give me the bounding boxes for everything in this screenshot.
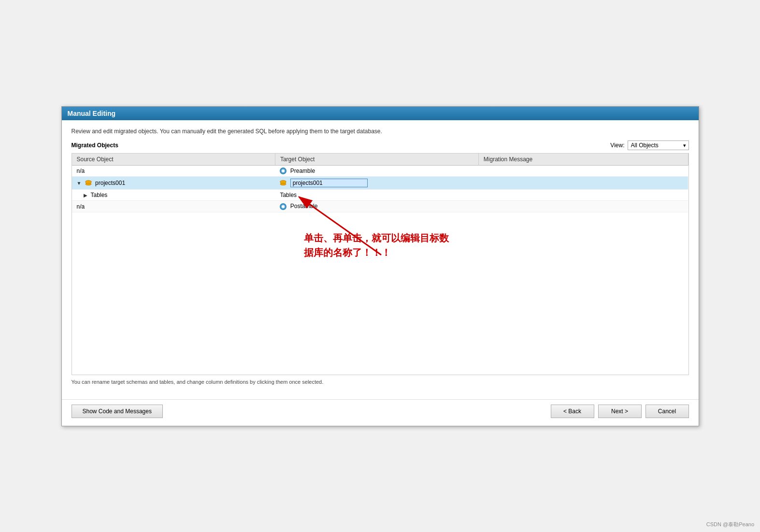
annotation-text: 单击、再单击，就可以编辑目标数据库的名称了！！！ (304, 231, 488, 260)
message-cell-2 (478, 177, 688, 190)
db-icon-target (280, 180, 290, 186)
col-header-target: Target Object (275, 154, 478, 166)
footer-right: < Back Next > Cancel (551, 405, 689, 418)
manual-editing-dialog: Manual Editing Review and edit migrated … (61, 106, 699, 426)
svg-point-1 (86, 183, 91, 185)
footer-left: Show Code and Messages (72, 405, 163, 418)
source-cell-tables: ▶ Tables (72, 190, 275, 201)
target-cell-edit[interactable] (275, 177, 478, 190)
message-cell (478, 165, 688, 177)
tree-expand-arrow[interactable]: ▼ (77, 181, 82, 186)
db-icon (85, 180, 95, 186)
svg-point-3 (280, 183, 286, 185)
bottom-info-text: You can rename target schemas and tables… (72, 379, 689, 385)
circle-icon (280, 168, 287, 174)
target-label: Preamble (290, 168, 315, 174)
source-cell: n/a (72, 165, 275, 177)
table-row-postamble[interactable]: n/a Postamble (72, 201, 688, 212)
description-text: Review and edit migrated objects. You ca… (72, 128, 689, 135)
target-cell-postamble: Postamble (275, 201, 478, 212)
col-header-source: Source Object (72, 154, 275, 166)
table-row-selected[interactable]: ▼ projects001 (72, 177, 688, 190)
table-container: Source Object Target Object Migration Me… (72, 153, 689, 375)
title-bar: Manual Editing (62, 107, 699, 120)
title-bar-label: Manual Editing (68, 110, 116, 117)
cancel-button[interactable]: Cancel (645, 405, 689, 418)
view-select[interactable]: All Objects With Errors With Warnings Wi… (628, 140, 689, 150)
table-row[interactable]: n/a Preamble (72, 165, 688, 177)
dialog-body: Review and edit migrated objects. You ca… (62, 120, 699, 399)
migrated-objects-label: Migrated Objects (72, 142, 118, 149)
message-cell-4 (478, 201, 688, 212)
source-cell-postamble: n/a (72, 201, 275, 212)
view-row: View: All Objects With Errors With Warni… (610, 140, 688, 150)
target-name-input[interactable] (290, 179, 368, 187)
source-cell-projects: ▼ projects001 (72, 177, 275, 190)
view-select-wrapper: All Objects With Errors With Warnings Wi… (628, 140, 689, 150)
watermark: CSDN @泰勒Peano (706, 521, 754, 528)
table-row-tables[interactable]: ▶ Tables Tables (72, 190, 688, 201)
toolbar-row: Migrated Objects View: All Objects With … (72, 140, 689, 150)
footer-row: Show Code and Messages < Back Next > Can… (62, 399, 699, 426)
back-button[interactable]: < Back (551, 405, 594, 418)
target-cell: Preamble (275, 165, 478, 177)
tree-tables-arrow[interactable]: ▶ (84, 193, 87, 198)
target-cell-tables: Tables (275, 190, 478, 201)
next-button[interactable]: Next > (598, 405, 642, 418)
message-cell-3 (478, 190, 688, 201)
target-postamble-label: Postamble (290, 203, 318, 210)
show-code-button[interactable]: Show Code and Messages (72, 405, 163, 418)
view-label: View: (610, 142, 624, 149)
col-header-message: Migration Message (478, 154, 688, 166)
objects-table: Source Object Target Object Migration Me… (72, 154, 688, 213)
circle-icon-postamble (280, 203, 287, 210)
